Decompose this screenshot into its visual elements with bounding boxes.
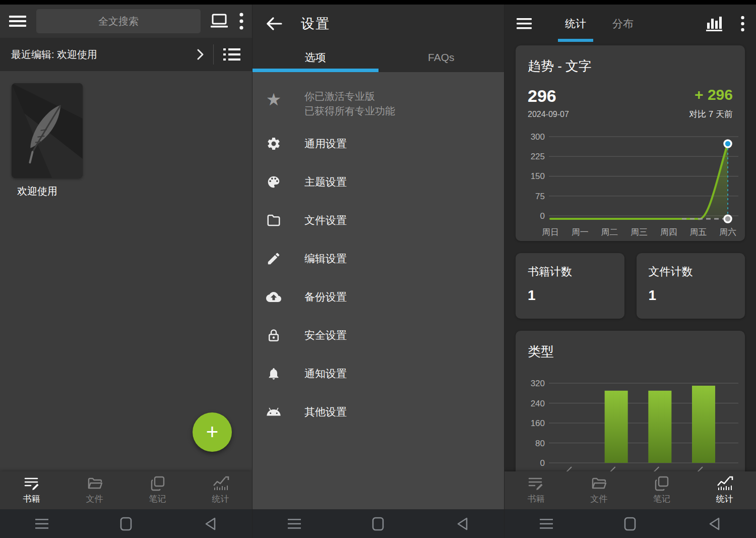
settings-item-label: 其他设置 xyxy=(304,405,347,419)
tab-label: 选项 xyxy=(305,50,326,65)
trend-line-chart[interactable]: 300 225 150 75 0 周日 周一 周二 周三 周四 周五 周六 xyxy=(516,126,745,241)
tab-label: FAQs xyxy=(428,51,455,64)
bar-chart-icon[interactable] xyxy=(705,16,723,32)
nav-tab-notes[interactable]: 笔记 xyxy=(126,471,189,509)
nav-label: 书籍 xyxy=(23,493,40,505)
chevron-right-icon[interactable] xyxy=(197,48,204,61)
nav-tab-books[interactable]: 书籍 xyxy=(505,471,568,509)
svg-text:0: 0 xyxy=(540,458,545,468)
tab-options[interactable]: 选项 xyxy=(253,43,379,72)
bottom-navigation: 书籍 文件 笔记 统计 xyxy=(505,471,756,509)
settings-item-theme[interactable]: 主题设置 xyxy=(253,163,504,201)
settings-item-editor[interactable]: 编辑设置 xyxy=(253,240,504,278)
system-home-button[interactable] xyxy=(84,509,168,538)
system-menu-button[interactable] xyxy=(0,509,84,538)
desktop-mode-icon[interactable] xyxy=(210,13,229,30)
hamburger-menu-icon[interactable] xyxy=(516,17,533,30)
system-menu-button[interactable] xyxy=(253,509,336,538)
system-navigation-bar xyxy=(253,509,504,538)
stats-icon xyxy=(716,476,733,491)
tab-faqs[interactable]: FAQs xyxy=(379,43,505,72)
overflow-menu-icon[interactable] xyxy=(239,12,244,31)
stats-icon xyxy=(212,476,229,491)
tab-label: 统计 xyxy=(565,17,586,31)
book-count-value: 1 xyxy=(528,287,612,304)
system-navigation-bar xyxy=(0,509,252,538)
system-menu-button[interactable] xyxy=(505,509,588,538)
active-tab-underline xyxy=(558,39,593,42)
settings-item-notifications[interactable]: 通知设置 xyxy=(253,354,504,393)
search-placeholder: 全文搜索 xyxy=(98,15,139,28)
overflow-menu-icon[interactable] xyxy=(740,15,745,32)
nav-tab-notes[interactable]: 笔记 xyxy=(631,471,694,509)
bottom-navigation: 书籍 文件 笔记 统计 xyxy=(0,471,252,509)
star-icon: ★ xyxy=(266,89,282,109)
trend-delta-value: + 296 xyxy=(689,86,733,103)
list-view-icon[interactable] xyxy=(223,47,241,62)
back-arrow-icon[interactable] xyxy=(266,16,283,31)
settings-tabbar: 选项 FAQs xyxy=(253,43,504,72)
nav-label: 笔记 xyxy=(653,493,670,505)
settings-item-files[interactable]: 文件设置 xyxy=(253,201,504,240)
nav-tab-files[interactable]: 文件 xyxy=(63,471,126,509)
settings-item-label: 安全设置 xyxy=(304,328,347,342)
svg-text:周日: 周日 xyxy=(542,227,559,237)
comparison-data-point[interactable] xyxy=(724,215,731,222)
lock-icon xyxy=(266,328,282,343)
type-card-title: 类型 xyxy=(528,343,733,361)
nav-tab-books[interactable]: 书籍 xyxy=(0,471,63,509)
pro-version-item[interactable]: ★ 你已激活专业版 已获得所有专业功能 xyxy=(253,72,504,125)
notes-icon xyxy=(150,476,166,491)
bell-icon xyxy=(266,366,282,381)
system-home-button[interactable] xyxy=(336,509,420,538)
svg-text:周四: 周四 xyxy=(660,227,677,237)
system-back-button[interactable] xyxy=(672,509,756,538)
stats-screen: 统计 分布 趋势 - 文字 296 xyxy=(504,0,756,538)
nav-label: 文件 xyxy=(590,493,607,505)
x-axis-ticks: 周日 周一 周二 周三 周四 周五 周六 xyxy=(542,227,736,237)
trend-current-date: 2024-09-07 xyxy=(528,110,569,119)
system-home-button[interactable] xyxy=(588,509,672,538)
hamburger-menu-icon[interactable] xyxy=(8,14,27,28)
folder-icon xyxy=(87,476,103,491)
add-book-fab[interactable]: + xyxy=(193,412,232,452)
nav-label: 文件 xyxy=(86,493,103,505)
book-tile[interactable]: 欢迎使用 xyxy=(12,83,83,198)
settings-screen: 设置 选项 FAQs ★ 你已激活专业版 已获得所有专业功能 通用设置 主题设置 xyxy=(252,0,504,538)
tab-label: 分布 xyxy=(612,17,634,31)
system-back-button[interactable] xyxy=(168,509,252,538)
settings-item-general[interactable]: 通用设置 xyxy=(253,125,504,163)
trend-current-value: 296 xyxy=(528,86,569,106)
nav-label: 统计 xyxy=(212,493,229,505)
settings-item-security[interactable]: 安全设置 xyxy=(253,316,504,354)
current-data-point[interactable] xyxy=(724,140,731,147)
book-cover-image[interactable] xyxy=(12,83,83,178)
file-count-card[interactable]: 文件计数 1 xyxy=(637,253,745,319)
books-icon xyxy=(24,476,40,491)
nav-tab-stats[interactable]: 统计 xyxy=(189,471,252,509)
file-count-value: 1 xyxy=(649,287,733,304)
stats-content: 趋势 - 文字 296 2024-09-07 + 296 对比 7 天前 xyxy=(505,43,756,509)
search-input[interactable]: 全文搜索 xyxy=(36,9,201,33)
tab-statistics[interactable]: 统计 xyxy=(552,5,599,43)
recent-edit-row[interactable]: 最近编辑: 欢迎使用 xyxy=(0,38,252,71)
cloud-upload-icon xyxy=(266,289,282,305)
plus-icon: + xyxy=(206,420,219,444)
settings-item-backup[interactable]: 备份设置 xyxy=(253,278,504,316)
nav-tab-files[interactable]: 文件 xyxy=(568,471,631,509)
svg-text:周六: 周六 xyxy=(719,227,736,237)
folder-icon xyxy=(591,476,607,491)
books-icon xyxy=(528,476,544,491)
svg-text:300: 300 xyxy=(531,132,545,142)
tab-distribution[interactable]: 分布 xyxy=(599,5,647,43)
nav-label: 笔记 xyxy=(149,493,166,505)
nav-tab-stats[interactable]: 统计 xyxy=(693,471,756,509)
library-toolbar: 全文搜索 xyxy=(0,5,252,38)
settings-item-other[interactable]: 其他设置 xyxy=(253,393,504,431)
book-count-card[interactable]: 书籍计数 1 xyxy=(516,253,624,319)
divider xyxy=(213,44,214,65)
system-back-button[interactable] xyxy=(420,509,504,538)
settings-title: 设置 xyxy=(301,15,330,33)
system-navigation-bar xyxy=(505,509,756,538)
file-count-label: 文件计数 xyxy=(649,264,733,279)
